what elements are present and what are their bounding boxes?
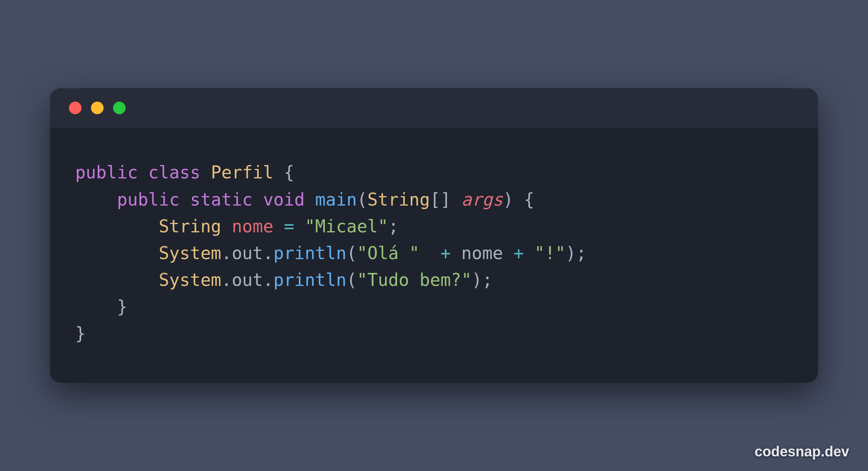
watermark-label: codesnap.dev: [755, 443, 849, 460]
brackets: []: [430, 189, 461, 210]
brace: }: [117, 297, 128, 317]
indent: [75, 243, 159, 263]
code-editor: public class Perfil { public static void…: [50, 128, 818, 382]
window-titlebar: [50, 88, 818, 128]
operator: +: [419, 243, 461, 263]
paren: (: [347, 270, 357, 290]
keyword-static: static: [190, 189, 252, 210]
var-ref: nome: [461, 243, 503, 263]
dot: .: [263, 243, 274, 263]
method-name: println: [273, 270, 346, 290]
string-literal: "Tudo bem?": [357, 270, 471, 290]
var-name: nome: [232, 216, 273, 236]
keyword-void: void: [263, 189, 305, 210]
code-block: public class Perfil { public static void…: [75, 159, 793, 347]
semicolon: ;: [388, 216, 399, 236]
string-literal: "!": [534, 243, 566, 263]
paren: (: [357, 189, 367, 210]
dot: .: [221, 243, 232, 263]
brace: {: [514, 189, 534, 210]
paren: ): [503, 189, 514, 210]
param-name: args: [461, 189, 503, 210]
paren: (: [347, 243, 357, 263]
indent: [75, 189, 117, 210]
method-name: main: [315, 189, 357, 210]
class-name: Perfil: [211, 162, 273, 182]
string-literal: "Micael": [305, 216, 388, 236]
minimize-icon[interactable]: [91, 102, 104, 114]
object-name: System: [159, 270, 221, 290]
zoom-icon[interactable]: [113, 102, 126, 114]
paren: ): [566, 243, 576, 263]
keyword-class: class: [148, 162, 200, 182]
brace: {: [273, 162, 294, 182]
keyword-public: public: [117, 189, 180, 210]
semicolon: ;: [576, 243, 587, 263]
keyword-public: public: [75, 162, 138, 182]
operator: =: [273, 216, 304, 236]
method-name: println: [273, 243, 346, 263]
object-name: out: [232, 270, 263, 290]
operator: +: [503, 243, 534, 263]
indent: [75, 216, 159, 236]
paren: ): [472, 270, 482, 290]
indent: [75, 270, 159, 290]
indent: [75, 297, 117, 317]
code-window: public class Perfil { public static void…: [50, 88, 818, 382]
type-name: String: [367, 189, 430, 210]
brace: }: [75, 323, 86, 343]
string-literal: "Olá ": [357, 243, 419, 263]
dot: .: [221, 270, 232, 290]
object-name: out: [232, 243, 263, 263]
close-icon[interactable]: [69, 102, 82, 114]
semicolon: ;: [482, 270, 493, 290]
type-name: String: [159, 216, 221, 236]
dot: .: [263, 270, 274, 290]
object-name: System: [159, 243, 221, 263]
